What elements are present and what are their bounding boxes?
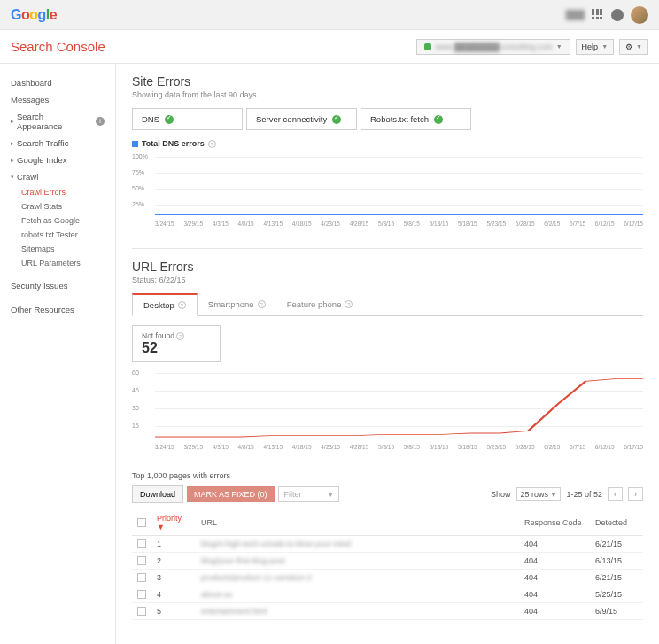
help-icon[interactable]: ?	[345, 300, 353, 308]
col-priority[interactable]: Priority ▼	[151, 510, 196, 536]
sidebar-item-search-traffic[interactable]: Search Traffic	[0, 135, 115, 151]
prev-page-button[interactable]: ‹	[608, 487, 623, 501]
row-checkbox[interactable]	[137, 573, 146, 582]
help-icon[interactable]: ?	[258, 300, 266, 308]
tab-robots[interactable]: Robots.txt fetch	[361, 108, 471, 130]
check-icon	[434, 115, 443, 124]
table-row[interactable]: 3products/product-11-variation-24046/21/…	[132, 570, 643, 586]
gear-icon: ⚙	[625, 43, 632, 51]
col-code[interactable]: Response Code	[519, 510, 590, 536]
settings-button[interactable]: ⚙▼	[619, 39, 648, 55]
download-button[interactable]: Download	[132, 485, 183, 503]
site-selector[interactable]: www.████████consulting.com▼	[416, 39, 570, 55]
subtab-desktop[interactable]: Desktop?	[132, 293, 198, 316]
check-icon	[165, 115, 174, 124]
funnel-icon: ▾	[329, 490, 333, 499]
help-icon[interactable]: ?	[208, 140, 216, 148]
url-errors-status: Status: 6/22/15	[132, 275, 643, 284]
sidebar-sub-fetch[interactable]: Fetch as Google	[0, 213, 115, 228]
table-row[interactable]: 2blog/your-first-blog-post4046/13/15	[132, 553, 643, 570]
sidebar-item-messages[interactable]: Messages	[0, 91, 115, 108]
col-detected[interactable]: Detected	[590, 510, 643, 536]
sidebar-sub-robots[interactable]: robots.txt Tester	[0, 228, 115, 242]
table-row[interactable]: 5entertainment.html4046/9/15	[132, 603, 643, 620]
url-errors-chart: 60 45 30 15	[132, 369, 643, 440]
check-icon	[332, 115, 341, 124]
help-icon[interactable]: ?	[178, 301, 186, 309]
subtab-feature[interactable]: Feature phone?	[276, 293, 364, 315]
tab-server[interactable]: Server connectivity	[246, 108, 357, 130]
help-button[interactable]: Help▼	[576, 39, 614, 55]
site-errors-title: Site Errors	[132, 74, 643, 89]
next-page-button[interactable]: ›	[628, 487, 643, 501]
tab-dns[interactable]: DNS	[132, 108, 243, 130]
mark-fixed-button[interactable]: MARK AS FIXED (0)	[187, 486, 275, 502]
not-found-box[interactable]: Not found ? 52	[132, 325, 221, 362]
sidebar-item-crawl[interactable]: Crawl	[0, 168, 115, 185]
sidebar-item-dashboard[interactable]: Dashboard	[0, 74, 115, 91]
table-row[interactable]: 1blog/4-high-tech-urinals-to-blow-your-m…	[132, 536, 643, 553]
app-title: Search Console	[11, 39, 105, 54]
notifications-icon[interactable]	[611, 9, 624, 21]
chart-xaxis: 3/24/153/29/154/3/154/8/154/13/154/18/15…	[132, 221, 643, 227]
page-range: 1-25 of 52	[566, 490, 602, 499]
site-errors-subtitle: Showing data from the last 90 days	[132, 90, 643, 99]
row-checkbox[interactable]	[137, 556, 146, 565]
sidebar-sub-crawl-errors[interactable]: Crawl Errors	[0, 185, 115, 199]
sidebar-sub-url-params[interactable]: URL Parameters	[0, 256, 115, 270]
sidebar-item-google-index[interactable]: Google Index	[0, 151, 115, 168]
table-title: Top 1,000 pages with errors	[132, 471, 643, 480]
avatar[interactable]	[631, 6, 648, 24]
table-row[interactable]: 4about-us4045/25/15	[132, 586, 643, 603]
col-url[interactable]: URL	[196, 510, 519, 536]
errors-table: Priority ▼ URL Response Code Detected 1b…	[132, 510, 643, 620]
row-checkbox[interactable]	[137, 539, 146, 548]
chart-legend: Total DNS errors?	[132, 139, 643, 148]
row-checkbox[interactable]	[137, 607, 146, 616]
row-checkbox[interactable]	[137, 590, 146, 599]
account-email: ███	[566, 10, 585, 19]
sidebar-item-security[interactable]: Security Issues	[0, 277, 115, 294]
subtab-smartphone[interactable]: Smartphone?	[198, 293, 276, 315]
select-all-checkbox[interactable]	[137, 518, 146, 527]
google-logo[interactable]: Google	[11, 7, 57, 23]
sidebar-sub-sitemaps[interactable]: Sitemaps	[0, 242, 115, 256]
apps-icon[interactable]	[592, 9, 604, 21]
sidebar-item-search-appearance[interactable]: Search Appearancei	[0, 108, 115, 135]
sidebar-sub-crawl-stats[interactable]: Crawl Stats	[0, 199, 115, 213]
url-errors-title: URL Errors	[132, 260, 643, 274]
filter-input[interactable]: Filter▾	[278, 486, 339, 502]
dns-chart: 100% 75% 50% 25%	[132, 153, 643, 215]
sidebar: Dashboard Messages Search Appearancei Se…	[0, 64, 115, 644]
rows-select[interactable]: 25 rows ▼	[516, 487, 562, 501]
chart2-xaxis: 3/24/153/29/154/3/154/8/154/13/154/18/15…	[132, 444, 643, 450]
sidebar-item-other[interactable]: Other Resources	[0, 301, 115, 318]
help-icon[interactable]: ?	[176, 332, 184, 340]
info-icon: i	[96, 117, 105, 126]
